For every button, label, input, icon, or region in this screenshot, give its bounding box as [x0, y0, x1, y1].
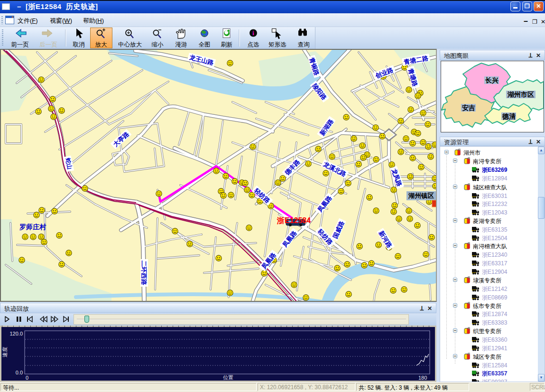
svg-text:德清: 德清: [502, 112, 516, 120]
svg-text:中心放大: 中心放大: [118, 41, 142, 48]
svg-text:位置: 位置: [223, 374, 233, 380]
svg-text:全图: 全图: [199, 41, 211, 48]
svg-text:漫游: 漫游: [176, 41, 187, 48]
svg-text:0: 0: [26, 375, 28, 381]
svg-text:180: 180: [418, 375, 427, 381]
svg-text:速度: 速度: [2, 347, 8, 357]
svg-text:湖州市区: 湖州市区: [507, 91, 534, 98]
svg-text:放大: 放大: [95, 41, 108, 48]
svg-text:120.0: 120.0: [9, 331, 23, 336]
svg-text:罗师庄村: 罗师庄村: [19, 223, 46, 231]
svg-text:查询: 查询: [298, 41, 310, 48]
svg-text:0.0: 0.0: [16, 370, 23, 375]
svg-text:安吉: 安吉: [462, 104, 475, 112]
svg-text:矩形选: 矩形选: [268, 41, 286, 48]
svg-text:刷新: 刷新: [221, 41, 233, 48]
svg-text:二环西路: 二环西路: [140, 261, 148, 286]
svg-text:后一页: 后一页: [39, 41, 57, 48]
svg-text:前一页: 前一页: [11, 41, 29, 48]
svg-text:长兴: 长兴: [485, 76, 499, 84]
svg-text:缩小: 缩小: [152, 41, 164, 48]
svg-text:取消: 取消: [73, 41, 85, 48]
svg-text:点选: 点选: [248, 41, 259, 48]
svg-text:湖州镇区: 湖州镇区: [408, 192, 434, 199]
svg-text:浙E12584: 浙E12584: [277, 216, 311, 224]
